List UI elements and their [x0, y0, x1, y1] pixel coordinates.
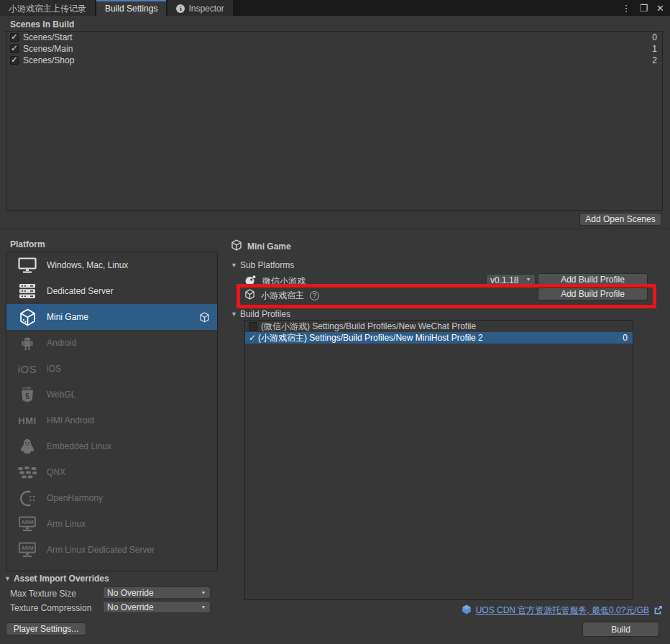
wechat-version-dropdown[interactable]: v0.1.18 ▼ — [486, 274, 536, 286]
platform-label: Arm Linux Dedicated Server — [47, 545, 155, 555]
svg-text:ARM: ARM — [21, 519, 33, 525]
build-settings-window: 小游戏宿主上传记录 Build Settings i Inspector ⋮ ❐… — [0, 0, 670, 644]
minigame-cube-icon — [244, 289, 255, 302]
uos-cdn-link-row: UOS CDN 官方资源托管服务, 最低0.0?元/GB — [462, 604, 663, 617]
tab-label: 小游戏宿主上传记录 — [9, 3, 86, 15]
platform-item-android[interactable]: Android — [6, 330, 217, 356]
scene-checkbox[interactable]: ✓ — [10, 33, 19, 42]
minigame-cube-icon — [199, 312, 210, 323]
platform-item-dedicated-server[interactable]: Dedicated Server — [6, 278, 217, 304]
window-menu-icon[interactable]: ⋮ — [621, 4, 630, 13]
platform-item-qnx[interactable]: QNX — [6, 459, 217, 485]
platform-label: Embedded Linux — [47, 441, 111, 451]
scene-index: 1 — [652, 44, 658, 54]
maximize-icon[interactable]: ❐ — [639, 4, 648, 13]
sub-platforms-foldout[interactable]: ▼ Sub Platforms — [231, 260, 294, 270]
scene-index: 0 — [652, 32, 658, 42]
foldout-triangle-icon: ▼ — [231, 310, 237, 318]
build-profile-row[interactable]: (微信小游戏) Settings/Build Profiles/New WeCh… — [245, 321, 633, 332]
platform-item-arm-linux-dedicated-server[interactable]: ARM Arm Linux Dedicated Server — [6, 537, 217, 563]
external-link-icon — [653, 605, 663, 617]
profile-name: (微信小游戏) Settings/Build Profiles/New WeCh… — [261, 321, 476, 333]
subplatform-label: 小游戏宿主 — [261, 290, 304, 302]
html5-shield-icon: HTML5 — [15, 386, 40, 403]
scene-name: Scenes/Shop — [23, 55, 74, 65]
player-settings-button[interactable]: Player Settings... — [6, 622, 86, 635]
sub-platforms-title: Sub Platforms — [240, 260, 294, 270]
platform-label: HMI Android — [47, 415, 94, 426]
platform-label: WebGL — [47, 390, 75, 400]
hmi-icon: HMI — [15, 415, 40, 426]
platform-item-openharmony[interactable]: OpenHarmony — [6, 485, 217, 511]
platform-item-hmi-android[interactable]: HMI HMI Android — [6, 408, 217, 433]
platform-label: Windows, Mac, Linux — [47, 260, 128, 270]
scene-row[interactable]: ✓ Scenes/Main 1 — [6, 43, 662, 55]
android-icon — [15, 335, 40, 351]
platform-label: Mini Game — [47, 312, 88, 322]
platform-item-embedded-linux[interactable]: Embedded Linux — [6, 433, 217, 459]
tab-inspector[interactable]: i Inspector — [168, 0, 232, 16]
foldout-triangle-icon: ▼ — [231, 262, 237, 269]
uos-cube-icon — [462, 604, 472, 617]
tab-bar: 小游戏宿主上传记录 Build Settings i Inspector ⋮ ❐… — [0, 0, 670, 16]
platform-item-windows-mac-linux[interactable]: Windows, Mac, Linux — [6, 252, 217, 278]
platform-label: QNX — [47, 467, 65, 477]
platform-label: Arm Linux — [47, 519, 86, 529]
profile-name: (小游戏宿主) Settings/Build Profiles/New Mini… — [258, 332, 483, 344]
texture-compression-dropdown[interactable]: No Override ▼ — [103, 601, 211, 613]
add-open-scenes-button[interactable]: Add Open Scenes — [579, 213, 661, 226]
scene-name: Scenes/Start — [23, 32, 73, 42]
wechat-add-build-profile-button[interactable]: Add Build Profile — [538, 273, 648, 286]
penguin-icon — [15, 438, 40, 455]
platform-label: Android — [47, 338, 76, 348]
subplatform-label: 微信小游戏 — [262, 275, 306, 288]
openharmony-icon — [15, 489, 40, 507]
wechat-minigame-icon — [244, 275, 257, 288]
profile-checkbox[interactable] — [249, 322, 257, 331]
subplatform-row-minihost: 小游戏宿主 ? — [244, 289, 319, 302]
platform-label: Dedicated Server — [47, 286, 114, 296]
platform-item-mini-game[interactable]: Mini Game — [6, 304, 217, 330]
scene-row[interactable]: ✓ Scenes/Start 0 — [6, 32, 662, 43]
scenes-in-build-list: ✓ Scenes/Start 0 ✓ Scenes/Main 1 ✓ Scene… — [6, 31, 663, 211]
scenes-in-build-title: Scenes In Build — [10, 19, 74, 29]
platform-item-webgl[interactable]: HTML5 WebGL — [6, 382, 217, 408]
uos-cdn-link[interactable]: UOS CDN 官方资源托管服务, 最低0.0?元/GB — [476, 604, 649, 617]
build-profiles-foldout[interactable]: ▼ Build Profiles — [231, 309, 290, 319]
svg-text:ARM: ARM — [21, 545, 33, 551]
platform-item-ios[interactable]: iOS iOS — [6, 356, 217, 382]
profile-index: 0 — [623, 333, 629, 343]
asset-import-overrides-foldout[interactable]: ▼ Asset Import Overrides — [4, 574, 109, 584]
platform-label: OpenHarmony — [47, 493, 103, 503]
profile-checkbox[interactable]: ✓ — [249, 333, 258, 343]
platform-label: iOS — [47, 364, 61, 374]
ios-icon: iOS — [15, 363, 40, 375]
build-profile-row[interactable]: ✓ (小游戏宿主) Settings/Build Profiles/New Mi… — [245, 332, 633, 344]
help-icon[interactable]: ? — [310, 291, 319, 300]
arm-monitor-icon: ARM — [15, 542, 40, 558]
info-icon: i — [176, 4, 185, 13]
chevron-down-icon: ▼ — [526, 277, 531, 282]
dropdown-value: v0.1.18 — [490, 275, 518, 285]
tab-label: Build Settings — [105, 4, 157, 14]
scene-row[interactable]: ✓ Scenes/Shop 2 — [6, 55, 662, 66]
chevron-down-icon: ▼ — [201, 604, 206, 610]
scene-checkbox[interactable]: ✓ — [10, 45, 19, 53]
platform-item-arm-linux[interactable]: ARM Arm Linux — [6, 511, 217, 537]
scene-checkbox[interactable]: ✓ — [10, 56, 19, 65]
window-controls: ⋮ ❐ ✕ — [621, 0, 670, 16]
dropdown-value: No Override — [107, 588, 154, 598]
build-button[interactable]: Build — [582, 622, 659, 637]
platform-list: Windows, Mac, Linux Dedicated Server Min… — [6, 252, 218, 571]
chevron-down-icon: ▼ — [201, 590, 206, 595]
close-icon[interactable]: ✕ — [656, 4, 664, 13]
minigame-cube-icon — [15, 308, 40, 326]
max-texture-size-dropdown[interactable]: No Override ▼ — [103, 586, 211, 599]
asset-import-overrides-title: Asset Import Overrides — [14, 574, 109, 584]
svg-text:5: 5 — [25, 392, 29, 400]
tab-minigame-upload-log[interactable]: 小游戏宿主上传记录 — [0, 0, 95, 16]
minihost-add-build-profile-button[interactable]: Add Build Profile — [538, 288, 648, 300]
tab-build-settings[interactable]: Build Settings — [96, 0, 166, 16]
mini-game-header: Mini Game — [231, 239, 291, 253]
arm-monitor-icon: ARM — [15, 516, 40, 533]
